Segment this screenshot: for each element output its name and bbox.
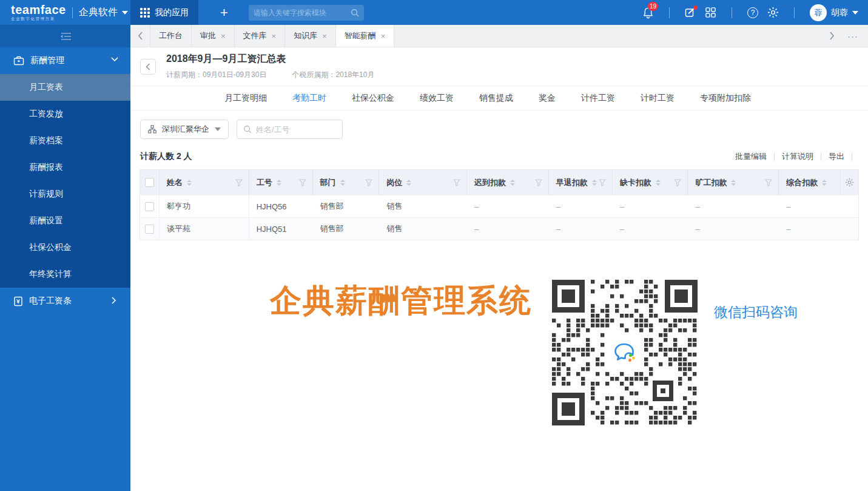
subtab-计时工资[interactable]: 计时工资 (641, 93, 675, 104)
sidebar-item-社保公积金[interactable]: 社保公积金 (0, 234, 130, 261)
action-计算说明[interactable]: 计算说明 (782, 151, 813, 162)
tab-文件库[interactable]: 文件库× (235, 25, 286, 47)
cell-岗位: 销售 (379, 218, 467, 240)
tab-审批[interactable]: 审批× (192, 25, 235, 47)
sidebar-item-薪酬报表[interactable]: 薪酬报表 (0, 154, 130, 181)
sort-icon[interactable] (510, 180, 515, 186)
watermark-text: 企典薪酬管理系统 (270, 280, 532, 322)
cell-缺卡扣款: – (613, 218, 688, 240)
sidebar-item-工资发放[interactable]: 工资发放 (0, 101, 130, 127)
column-label: 旷工扣款 (695, 177, 727, 188)
select-all-checkbox[interactable] (145, 178, 154, 187)
page-meta: 计薪周期：09月01日-09月30日 个税所属期：2018年10月 (166, 70, 374, 80)
apps-grid-icon (705, 7, 716, 18)
logo-wordmark: teamface (11, 4, 66, 16)
notifications-button[interactable]: 19 (642, 7, 654, 19)
sort-icon[interactable] (592, 180, 597, 186)
close-icon[interactable]: × (272, 32, 277, 41)
subtab-专项附加扣除[interactable]: 专项附加扣除 (700, 93, 751, 104)
cell-工号: HJHQ56 (249, 195, 313, 217)
action-导出[interactable]: 导出 (829, 151, 844, 162)
filter-funnel-icon[interactable] (535, 179, 542, 186)
divider (794, 7, 795, 18)
column-label: 迟到扣款 (474, 177, 506, 188)
sort-icon[interactable] (277, 180, 281, 186)
sort-icon[interactable] (187, 180, 192, 186)
sidebar-group-薪酬管理[interactable]: 薪酬管理 (0, 47, 130, 74)
tab-工作台[interactable]: 工作台 (150, 25, 192, 47)
compose-button[interactable] (685, 7, 696, 18)
help-icon: ? (747, 7, 758, 18)
tabs-scroll-left-button[interactable] (130, 25, 150, 47)
subtab-计件工资[interactable]: 计件工资 (581, 93, 615, 104)
cell-value: – (556, 225, 560, 234)
module-search-input[interactable] (254, 8, 351, 17)
wechat-bubble-icon (614, 343, 637, 364)
close-icon[interactable]: × (221, 32, 226, 41)
filter-funnel-icon[interactable] (235, 179, 243, 186)
subtab-奖金[interactable]: 奖金 (539, 93, 556, 104)
chevron-down-icon[interactable] (122, 11, 128, 15)
workbench-button[interactable] (705, 7, 716, 18)
column-label: 早退扣款 (556, 177, 588, 188)
cell-value: – (620, 225, 624, 234)
column-header-部门: 部门 (313, 170, 380, 195)
filter-funnel-icon[interactable] (765, 179, 772, 186)
back-button[interactable] (140, 59, 156, 75)
subtab-社保公积金[interactable]: 社保公积金 (352, 93, 394, 104)
sidebar-group-电子工资条[interactable]: 电子工资条 (0, 288, 130, 314)
column-header-迟到扣款: 迟到扣款 (467, 170, 549, 195)
salary-subtabs: 月工资明细考勤工时社保公积金绩效工资销售提成奖金计件工资计时工资专项附加扣除 (130, 86, 868, 110)
employee-search-input[interactable] (256, 125, 336, 134)
tab-智能薪酬[interactable]: 智能薪酬× (336, 25, 395, 47)
action-批量编辑[interactable]: 批量编辑 (735, 151, 767, 162)
sidebar-item-薪酬设置[interactable]: 薪酬设置 (0, 208, 130, 234)
cell-综合扣款: – (779, 195, 841, 217)
user-name: 胡蓉 (831, 7, 848, 18)
row-checkbox[interactable] (145, 202, 154, 211)
sort-icon[interactable] (656, 180, 661, 186)
cell-早退扣款: – (549, 195, 613, 217)
close-icon[interactable]: × (322, 32, 327, 41)
tab-知识库[interactable]: 知识库× (285, 25, 336, 47)
sort-icon[interactable] (731, 180, 736, 186)
column-header-旷工扣款: 旷工扣款 (688, 170, 779, 195)
tabs-more-button[interactable]: ··· (844, 31, 862, 41)
tabs-scroll-right-button[interactable] (822, 32, 841, 40)
payslip-icon (13, 296, 23, 306)
column-settings-cell (841, 170, 858, 195)
add-app-button[interactable]: + (220, 5, 228, 21)
close-icon[interactable]: × (381, 32, 386, 41)
salary-table: 姓名工号部门岗位迟到扣款早退扣款缺卡扣款旷工扣款综合扣款 郗亨功HJHQ56销售… (140, 169, 859, 240)
notification-dot (693, 5, 698, 10)
org-filter-dropdown[interactable]: 深圳汇聚华企 (140, 120, 229, 139)
collapse-sidebar-icon[interactable] (59, 32, 72, 41)
sort-icon[interactable] (406, 180, 411, 186)
cell-部门: 销售部 (313, 195, 380, 217)
sort-icon[interactable] (822, 180, 827, 186)
subtab-月工资明细[interactable]: 月工资明细 (224, 93, 267, 104)
filter-funnel-icon[interactable] (599, 179, 606, 186)
sidebar-item-月工资表[interactable]: 月工资表 (0, 74, 130, 101)
cell-value: – (695, 202, 699, 211)
grid-apps-icon (140, 8, 150, 18)
subtab-销售提成[interactable]: 销售提成 (479, 93, 513, 104)
sidebar-item-计薪规则[interactable]: 计薪规则 (0, 181, 130, 208)
filter-funnel-icon[interactable] (365, 179, 372, 186)
row-checkbox[interactable] (145, 225, 154, 234)
my-apps-button[interactable]: 我的应用 (130, 0, 198, 25)
filter-funnel-icon[interactable] (299, 179, 306, 186)
filter-funnel-icon[interactable] (453, 179, 460, 186)
sidebar-item-薪资档案[interactable]: 薪资档案 (0, 127, 130, 154)
subtab-绩效工资[interactable]: 绩效工资 (420, 93, 454, 104)
help-button[interactable]: ? (747, 7, 758, 18)
cell-settings (841, 218, 858, 240)
subtab-考勤工时[interactable]: 考勤工时 (292, 93, 326, 104)
header-select-all-cell (140, 170, 160, 195)
filter-funnel-icon[interactable] (674, 179, 681, 186)
settings-button[interactable] (767, 7, 779, 18)
user-menu[interactable]: 蓉 胡蓉 (810, 4, 858, 21)
column-settings-gear-icon[interactable] (845, 178, 854, 187)
sidebar-item-年终奖计算[interactable]: 年终奖计算 (0, 261, 130, 288)
sort-icon[interactable] (340, 180, 345, 186)
